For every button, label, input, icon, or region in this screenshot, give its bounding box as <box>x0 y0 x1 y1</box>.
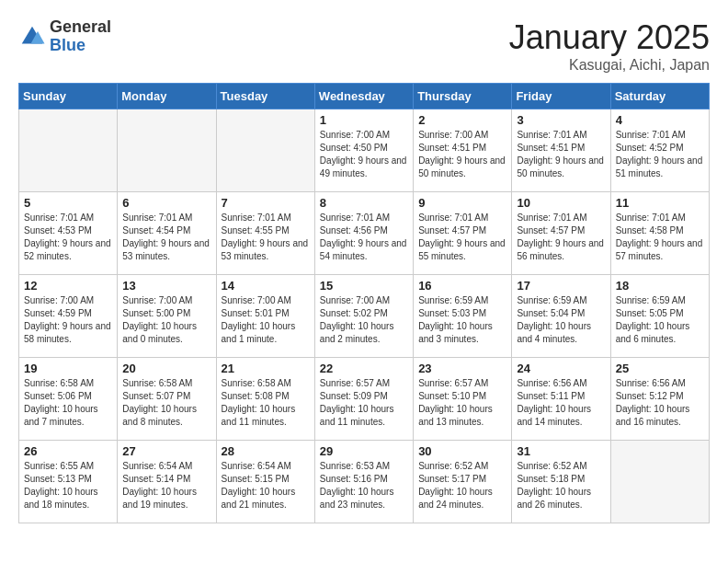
week-row: 5Sunrise: 7:01 AMSunset: 4:53 PMDaylight… <box>19 192 710 275</box>
column-header-wednesday: Wednesday <box>314 84 413 109</box>
calendar-cell: 18Sunrise: 6:59 AMSunset: 5:05 PMDayligh… <box>610 275 709 358</box>
month-title: January 2025 <box>509 18 710 57</box>
calendar-cell: 12Sunrise: 7:00 AMSunset: 4:59 PMDayligh… <box>19 275 118 358</box>
calendar-cell: 24Sunrise: 6:56 AMSunset: 5:11 PMDayligh… <box>512 358 610 441</box>
calendar-cell: 9Sunrise: 7:01 AMSunset: 4:57 PMDaylight… <box>414 192 512 275</box>
day-number: 24 <box>517 362 605 375</box>
calendar-cell: 10Sunrise: 7:01 AMSunset: 4:57 PMDayligh… <box>512 192 610 275</box>
day-number: 11 <box>616 196 704 210</box>
day-number: 4 <box>616 113 704 127</box>
calendar-cell: 27Sunrise: 6:54 AMSunset: 5:14 PMDayligh… <box>118 441 216 523</box>
day-number: 21 <box>222 362 310 375</box>
day-info: Sunrise: 7:01 AMSunset: 4:54 PMDaylight:… <box>122 212 210 263</box>
day-info: Sunrise: 7:00 AMSunset: 5:00 PMDaylight:… <box>122 294 210 346</box>
day-number: 22 <box>320 362 408 375</box>
calendar-cell: 5Sunrise: 7:01 AMSunset: 4:53 PMDaylight… <box>19 192 118 275</box>
day-number: 15 <box>320 279 408 293</box>
day-info: Sunrise: 7:00 AMSunset: 5:02 PMDaylight:… <box>320 294 408 346</box>
day-number: 14 <box>222 279 310 293</box>
day-number: 6 <box>122 196 210 210</box>
calendar-cell: 28Sunrise: 6:54 AMSunset: 5:15 PMDayligh… <box>216 441 314 523</box>
calendar-cell: 16Sunrise: 6:59 AMSunset: 5:03 PMDayligh… <box>414 275 512 358</box>
calendar-body: 1Sunrise: 7:00 AMSunset: 4:50 PMDaylight… <box>19 109 710 523</box>
calendar-cell: 30Sunrise: 6:52 AMSunset: 5:17 PMDayligh… <box>414 441 512 523</box>
calendar-cell: 31Sunrise: 6:52 AMSunset: 5:18 PMDayligh… <box>512 441 610 523</box>
day-number: 19 <box>24 362 112 375</box>
calendar-header: SundayMondayTuesdayWednesdayThursdayFrid… <box>19 84 710 109</box>
column-header-monday: Monday <box>118 84 216 109</box>
day-number: 7 <box>222 196 310 210</box>
day-info: Sunrise: 6:58 AMSunset: 5:07 PMDaylight:… <box>122 377 210 429</box>
logo-general: General <box>50 18 111 37</box>
day-info: Sunrise: 7:01 AMSunset: 4:57 PMDaylight:… <box>517 212 605 263</box>
day-info: Sunrise: 7:01 AMSunset: 4:58 PMDaylight:… <box>616 212 704 263</box>
calendar-cell: 25Sunrise: 6:56 AMSunset: 5:12 PMDayligh… <box>610 358 709 441</box>
day-number: 27 <box>122 444 210 458</box>
day-info: Sunrise: 7:01 AMSunset: 4:53 PMDaylight:… <box>24 212 112 263</box>
calendar-cell: 2Sunrise: 7:00 AMSunset: 4:51 PMDaylight… <box>414 109 512 192</box>
day-number: 30 <box>418 444 506 458</box>
week-row: 19Sunrise: 6:58 AMSunset: 5:06 PMDayligh… <box>19 358 710 441</box>
calendar-cell: 23Sunrise: 6:57 AMSunset: 5:10 PMDayligh… <box>414 358 512 441</box>
calendar-cell: 15Sunrise: 7:00 AMSunset: 5:02 PMDayligh… <box>314 275 413 358</box>
day-info: Sunrise: 6:56 AMSunset: 5:11 PMDaylight:… <box>517 377 605 429</box>
calendar-cell: 21Sunrise: 6:58 AMSunset: 5:08 PMDayligh… <box>216 358 314 441</box>
calendar-cell: 14Sunrise: 7:00 AMSunset: 5:01 PMDayligh… <box>216 275 314 358</box>
day-number: 28 <box>222 444 310 458</box>
calendar-cell: 29Sunrise: 6:53 AMSunset: 5:16 PMDayligh… <box>314 441 413 523</box>
day-info: Sunrise: 7:00 AMSunset: 4:59 PMDaylight:… <box>24 294 112 346</box>
calendar-cell <box>118 109 216 192</box>
calendar-cell: 7Sunrise: 7:01 AMSunset: 4:55 PMDaylight… <box>216 192 314 275</box>
calendar-cell: 1Sunrise: 7:00 AMSunset: 4:50 PMDaylight… <box>314 109 413 192</box>
day-info: Sunrise: 6:56 AMSunset: 5:12 PMDaylight:… <box>616 377 704 429</box>
day-number: 8 <box>320 196 408 210</box>
calendar-cell: 4Sunrise: 7:01 AMSunset: 4:52 PMDaylight… <box>610 109 709 192</box>
day-number: 20 <box>122 362 210 375</box>
day-info: Sunrise: 7:01 AMSunset: 4:56 PMDaylight:… <box>320 212 408 263</box>
day-info: Sunrise: 7:01 AMSunset: 4:51 PMDaylight:… <box>517 129 605 180</box>
day-info: Sunrise: 6:55 AMSunset: 5:13 PMDaylight:… <box>24 460 112 511</box>
day-number: 5 <box>24 196 112 210</box>
day-info: Sunrise: 7:00 AMSunset: 4:50 PMDaylight:… <box>320 129 408 180</box>
calendar-cell: 11Sunrise: 7:01 AMSunset: 4:58 PMDayligh… <box>610 192 709 275</box>
calendar-cell: 19Sunrise: 6:58 AMSunset: 5:06 PMDayligh… <box>19 358 118 441</box>
calendar-table: SundayMondayTuesdayWednesdayThursdayFrid… <box>18 83 710 523</box>
day-info: Sunrise: 6:57 AMSunset: 5:10 PMDaylight:… <box>418 377 506 429</box>
header-row: SundayMondayTuesdayWednesdayThursdayFrid… <box>19 84 710 109</box>
day-number: 2 <box>418 113 506 127</box>
day-number: 29 <box>320 444 408 458</box>
day-number: 13 <box>122 279 210 293</box>
day-info: Sunrise: 6:52 AMSunset: 5:17 PMDaylight:… <box>418 460 506 511</box>
day-info: Sunrise: 7:01 AMSunset: 4:55 PMDaylight:… <box>222 212 310 263</box>
title-block: January 2025 Kasugai, Aichi, Japan <box>509 18 710 74</box>
day-info: Sunrise: 7:00 AMSunset: 4:51 PMDaylight:… <box>418 129 506 180</box>
logo-text: General Blue <box>50 18 111 55</box>
day-number: 12 <box>24 279 112 293</box>
column-header-tuesday: Tuesday <box>216 84 314 109</box>
week-row: 26Sunrise: 6:55 AMSunset: 5:13 PMDayligh… <box>19 441 710 523</box>
day-info: Sunrise: 6:54 AMSunset: 5:14 PMDaylight:… <box>122 460 210 511</box>
day-number: 3 <box>517 113 605 127</box>
week-row: 1Sunrise: 7:00 AMSunset: 4:50 PMDaylight… <box>19 109 710 192</box>
week-row: 12Sunrise: 7:00 AMSunset: 4:59 PMDayligh… <box>19 275 710 358</box>
calendar-cell: 26Sunrise: 6:55 AMSunset: 5:13 PMDayligh… <box>19 441 118 523</box>
column-header-sunday: Sunday <box>19 84 118 109</box>
day-info: Sunrise: 6:53 AMSunset: 5:16 PMDaylight:… <box>320 460 408 511</box>
calendar-cell: 6Sunrise: 7:01 AMSunset: 4:54 PMDaylight… <box>118 192 216 275</box>
calendar-cell <box>216 109 314 192</box>
day-info: Sunrise: 6:59 AMSunset: 5:04 PMDaylight:… <box>517 294 605 346</box>
day-number: 17 <box>517 279 605 293</box>
column-header-saturday: Saturday <box>610 84 709 109</box>
day-number: 18 <box>616 279 704 293</box>
day-info: Sunrise: 7:01 AMSunset: 4:57 PMDaylight:… <box>418 212 506 263</box>
day-info: Sunrise: 6:59 AMSunset: 5:03 PMDaylight:… <box>418 294 506 346</box>
calendar-cell: 20Sunrise: 6:58 AMSunset: 5:07 PMDayligh… <box>118 358 216 441</box>
calendar-cell: 17Sunrise: 6:59 AMSunset: 5:04 PMDayligh… <box>512 275 610 358</box>
calendar-cell: 22Sunrise: 6:57 AMSunset: 5:09 PMDayligh… <box>314 358 413 441</box>
day-info: Sunrise: 7:00 AMSunset: 5:01 PMDaylight:… <box>222 294 310 346</box>
day-info: Sunrise: 6:59 AMSunset: 5:05 PMDaylight:… <box>616 294 704 346</box>
day-number: 10 <box>517 196 605 210</box>
calendar-cell: 13Sunrise: 7:00 AMSunset: 5:00 PMDayligh… <box>118 275 216 358</box>
day-info: Sunrise: 6:52 AMSunset: 5:18 PMDaylight:… <box>517 460 605 511</box>
calendar-cell <box>19 109 118 192</box>
